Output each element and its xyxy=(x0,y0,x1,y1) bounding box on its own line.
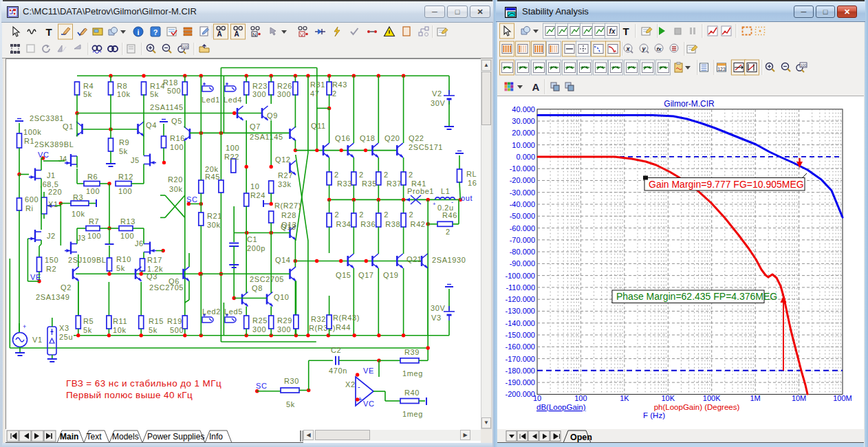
svg-text:Q8: Q8 xyxy=(252,284,263,292)
svg-text:2: 2 xyxy=(409,210,414,219)
svg-text:?: ? xyxy=(153,28,158,36)
svg-text:Led2: Led2 xyxy=(202,307,221,316)
svg-text:Led4: Led4 xyxy=(224,96,242,104)
svg-text:R30: R30 xyxy=(284,377,299,385)
svg-text:Q10: Q10 xyxy=(274,293,290,301)
svg-text:-170.000: -170.000 xyxy=(506,355,535,363)
svg-text:10k: 10k xyxy=(113,326,127,334)
svg-text:2SA1349: 2SA1349 xyxy=(36,293,69,301)
svg-text:R36: R36 xyxy=(360,220,376,228)
svg-text:2: 2 xyxy=(446,228,451,236)
svg-text:Info: Info xyxy=(209,432,223,441)
svg-text:300: 300 xyxy=(277,90,291,98)
svg-text:V2: V2 xyxy=(432,89,442,98)
svg-text:33k: 33k xyxy=(278,180,292,188)
svg-text:-100.000: -100.000 xyxy=(506,272,535,280)
svg-text:10M: 10M xyxy=(792,394,806,402)
svg-text:V: V xyxy=(300,32,304,38)
svg-text:R26: R26 xyxy=(277,82,292,90)
svg-text:100: 100 xyxy=(87,232,101,240)
svg-text:Q22: Q22 xyxy=(409,134,424,142)
svg-text:100: 100 xyxy=(182,45,188,49)
svg-text:-200.000: -200.000 xyxy=(506,390,535,398)
svg-text:T: T xyxy=(45,26,52,38)
svg-text:A: A xyxy=(217,30,221,38)
svg-text:R43: R43 xyxy=(332,80,347,89)
svg-text:300: 300 xyxy=(252,90,266,98)
svg-text:Q7: Q7 xyxy=(250,122,261,131)
svg-text:200p: 200p xyxy=(247,244,265,252)
svg-text:Gilmor-M.CIR: Gilmor-M.CIR xyxy=(664,99,715,109)
svg-text:20.000: 20.000 xyxy=(512,129,535,137)
svg-text:10K: 10K xyxy=(662,394,675,402)
svg-text:R17: R17 xyxy=(147,256,162,264)
svg-text:R46: R46 xyxy=(442,211,457,219)
svg-text:2SA1930: 2SA1930 xyxy=(432,256,466,264)
svg-text:2SJ109BL: 2SJ109BL xyxy=(68,256,107,264)
svg-text:Q16: Q16 xyxy=(335,134,351,142)
svg-text:500: 500 xyxy=(167,87,181,95)
svg-text:Open: Open xyxy=(570,433,592,442)
svg-text:L1: L1 xyxy=(441,187,450,195)
svg-text:VC: VC xyxy=(363,400,374,408)
svg-text:Q20: Q20 xyxy=(384,134,400,142)
svg-text:100M: 100M xyxy=(833,394,852,402)
svg-text:5k: 5k xyxy=(116,264,125,272)
svg-text:J2: J2 xyxy=(47,232,56,240)
svg-text:R29: R29 xyxy=(277,316,292,325)
svg-text:Q4: Q4 xyxy=(146,121,157,129)
svg-text:Q13: Q13 xyxy=(281,221,297,229)
svg-text:T: T xyxy=(622,25,629,37)
svg-text:47: 47 xyxy=(310,89,319,98)
svg-text:300: 300 xyxy=(252,325,266,334)
svg-text:100: 100 xyxy=(800,63,806,67)
svg-text:Q3: Q3 xyxy=(147,272,158,281)
svg-text:Models: Models xyxy=(112,432,139,441)
svg-text:-160.000: -160.000 xyxy=(506,342,535,351)
svg-text:5k: 5k xyxy=(83,326,92,334)
svg-text:100: 100 xyxy=(574,394,587,402)
svg-text:2SC3381: 2SC3381 xyxy=(30,114,64,122)
svg-text:-20.000: -20.000 xyxy=(510,176,535,184)
svg-text:5k: 5k xyxy=(150,90,159,98)
svg-text:J6: J6 xyxy=(135,239,144,248)
svg-text:dB(LoopGain): dB(LoopGain) xyxy=(536,403,586,411)
svg-text:R32: R32 xyxy=(311,315,326,323)
svg-text:R23: R23 xyxy=(252,82,268,90)
svg-text:R25: R25 xyxy=(252,316,268,325)
svg-text:-10.000: -10.000 xyxy=(510,164,535,173)
svg-text:2SK389BL: 2SK389BL xyxy=(34,140,74,149)
svg-text:R44: R44 xyxy=(336,323,351,331)
svg-text:R37: R37 xyxy=(387,179,402,188)
svg-text:100: 100 xyxy=(120,232,134,240)
svg-text:A: A xyxy=(234,30,239,38)
svg-text:X2: X2 xyxy=(345,380,356,389)
svg-text:RL: RL xyxy=(466,170,477,178)
svg-text:J5: J5 xyxy=(131,156,140,164)
svg-text:30k: 30k xyxy=(169,185,183,193)
svg-text:R1: R1 xyxy=(24,137,34,145)
svg-text:R7: R7 xyxy=(89,217,99,226)
svg-text:R27: R27 xyxy=(278,171,293,179)
svg-text:-90.000: -90.000 xyxy=(510,259,535,268)
svg-text:40.000: 40.000 xyxy=(512,105,535,113)
svg-text:1K: 1K xyxy=(620,394,629,402)
svg-text:y: y xyxy=(641,45,646,52)
svg-text:VE: VE xyxy=(363,367,374,375)
svg-text:J3: J3 xyxy=(77,234,86,242)
svg-text:Q14: Q14 xyxy=(275,256,291,264)
svg-text:R6: R6 xyxy=(87,173,98,181)
svg-text:2: 2 xyxy=(334,171,339,179)
svg-text:150: 150 xyxy=(45,256,58,264)
svg-text:,68,5: ,68,5 xyxy=(40,180,58,188)
svg-text:A: A xyxy=(532,81,540,93)
svg-text:fx: fx xyxy=(656,46,662,52)
svg-text:ГВЗ = 63 нс и стабильно до 1 М: ГВЗ = 63 нс и стабильно до 1 МГц xyxy=(66,378,221,389)
svg-text:Q12: Q12 xyxy=(275,155,291,164)
svg-text:-150.000: -150.000 xyxy=(506,331,535,339)
svg-text:R35: R35 xyxy=(362,179,377,188)
svg-text:Q18: Q18 xyxy=(360,134,376,142)
svg-text:Power Supplies: Power Supplies xyxy=(147,432,204,441)
svg-text:100: 100 xyxy=(226,144,239,152)
svg-text:Q5: Q5 xyxy=(171,117,182,125)
